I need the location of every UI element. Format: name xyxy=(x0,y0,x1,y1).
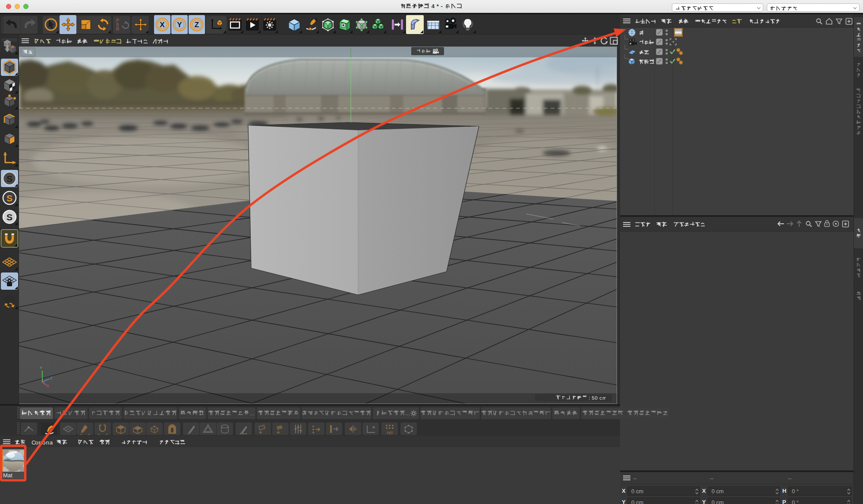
svg-text:S: S xyxy=(6,174,13,184)
svg-text:o: o xyxy=(42,439,46,445)
svg-text:m: m xyxy=(602,395,606,401)
svg-text:-: - xyxy=(441,3,443,9)
svg-text:0: 0 xyxy=(595,395,598,401)
svg-text:5: 5 xyxy=(592,395,595,401)
svg-text:S: S xyxy=(6,212,13,222)
svg-text:r: r xyxy=(39,439,41,445)
svg-text:Y: Y xyxy=(40,366,42,370)
svg-text:c: c xyxy=(599,395,602,401)
svg-text:X: X xyxy=(160,21,165,29)
svg-text:*: * xyxy=(437,3,439,9)
svg-text:a: a xyxy=(50,439,53,445)
svg-text:Y: Y xyxy=(177,21,182,29)
svg-text:Z: Z xyxy=(50,376,53,380)
svg-text:n: n xyxy=(46,439,50,445)
svg-text:4: 4 xyxy=(432,3,435,9)
svg-text:Z: Z xyxy=(195,21,199,29)
svg-text:.: . xyxy=(253,410,255,416)
svg-text:xyz: xyz xyxy=(387,430,393,435)
svg-text:S: S xyxy=(6,193,13,203)
svg-text:.: . xyxy=(408,410,410,416)
svg-text:o: o xyxy=(35,439,38,445)
svg-text:X: X xyxy=(47,384,49,387)
svg-text:R: R xyxy=(116,27,120,31)
svg-text::: : xyxy=(589,395,590,401)
